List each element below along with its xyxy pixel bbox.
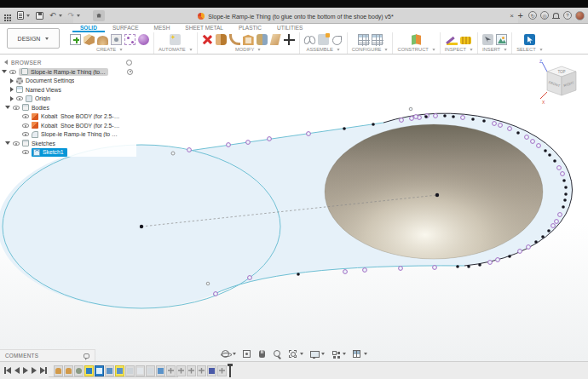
sync-icon[interactable]: ↻ bbox=[528, 11, 537, 20]
tab-mesh[interactable]: MESH bbox=[147, 24, 178, 32]
fit-button[interactable] bbox=[288, 349, 303, 359]
pan-button[interactable] bbox=[257, 349, 267, 359]
expand-arrow-icon[interactable] bbox=[10, 96, 14, 101]
automate-icon[interactable] bbox=[170, 34, 181, 45]
configuration-table-icon[interactable] bbox=[358, 34, 369, 45]
zoom-button[interactable] bbox=[273, 349, 282, 359]
group-label-configure[interactable]: CONFIGURE bbox=[352, 47, 389, 54]
display-settings-button[interactable] bbox=[309, 349, 325, 359]
browser-item-sketch1[interactable]: Sketch1 bbox=[0, 148, 136, 158]
go-to-start-button[interactable] bbox=[4, 367, 11, 374]
browser-item-body-1[interactable]: Kobalt_Shoe BODY (for 2.5-… bbox=[0, 112, 136, 122]
construction-plane-icon[interactable] bbox=[411, 34, 422, 45]
timeline-feature-fillet-8[interactable] bbox=[135, 365, 145, 376]
motion-link-icon[interactable] bbox=[331, 34, 343, 45]
notifications-bell-icon[interactable] bbox=[553, 13, 559, 18]
grids-snaps-button[interactable] bbox=[331, 349, 346, 359]
browser-item-root[interactable]: Slope-ie Ramp-ie Thing (to… bbox=[0, 67, 136, 77]
close-tab-icon[interactable]: × bbox=[510, 13, 514, 20]
group-label-automate[interactable]: AUTOMATE bbox=[159, 47, 193, 54]
undo-button[interactable]: ↶ bbox=[49, 12, 62, 20]
create-pattern-icon[interactable] bbox=[124, 34, 135, 45]
timeline-feature-extrude-5[interactable] bbox=[105, 365, 114, 376]
browser-item-origin[interactable]: Origin bbox=[0, 95, 136, 104]
data-panel-icon[interactable] bbox=[4, 14, 6, 16]
dome-center-point[interactable] bbox=[435, 193, 439, 197]
timeline-feature-move-12[interactable] bbox=[176, 365, 186, 376]
decal-icon[interactable] bbox=[482, 34, 493, 45]
tab-utilities[interactable]: UTILITIES bbox=[269, 24, 310, 32]
document-tab[interactable]: Slope-ie Ramp-ie Thing (to glue onto the… bbox=[73, 9, 518, 23]
fillet-icon[interactable] bbox=[229, 34, 240, 45]
create-hole-icon[interactable] bbox=[111, 34, 122, 45]
component-activate-icon[interactable] bbox=[127, 69, 133, 75]
browser-item-document-settings[interactable]: Document Settings bbox=[0, 77, 136, 86]
joint-icon[interactable] bbox=[304, 34, 315, 45]
browser-item-body-3[interactable]: Slope-ie Ramp-ie Thing (to … bbox=[0, 130, 136, 140]
timeline-feature-extrude-10[interactable] bbox=[156, 365, 165, 376]
timeline-feature-move-14[interactable] bbox=[197, 365, 206, 376]
timeline-feature-move-11[interactable] bbox=[166, 365, 176, 376]
delete-icon[interactable] bbox=[202, 34, 213, 45]
step-forward-button[interactable] bbox=[32, 367, 37, 374]
timeline-feature-move-13[interactable] bbox=[187, 365, 196, 376]
browser-item-named-views[interactable]: Named Views bbox=[0, 85, 136, 95]
press-pull-icon[interactable] bbox=[216, 34, 227, 45]
group-label-inspect[interactable]: INSPECT bbox=[445, 47, 473, 54]
measure-icon[interactable] bbox=[447, 34, 458, 45]
expand-arrow-icon[interactable] bbox=[5, 106, 10, 109]
configuration-theme-icon[interactable] bbox=[372, 34, 383, 45]
eye-icon[interactable] bbox=[13, 141, 20, 146]
orbit-button[interactable] bbox=[221, 349, 236, 359]
user-avatar[interactable] bbox=[575, 11, 585, 20]
eye-icon[interactable] bbox=[22, 150, 29, 154]
tab-surface[interactable]: SURFACE bbox=[105, 24, 147, 32]
timeline-feature-fillet-9[interactable] bbox=[146, 365, 155, 376]
browser-item-bodies[interactable]: Bodies bbox=[0, 103, 136, 112]
eye-icon[interactable] bbox=[13, 106, 20, 110]
eye-icon[interactable] bbox=[9, 70, 16, 74]
create-sketch-icon[interactable] bbox=[70, 34, 81, 45]
viewports-button[interactable] bbox=[352, 349, 367, 359]
redo-button[interactable]: ↷ bbox=[68, 12, 81, 20]
view-cube[interactable]: Z X TOP FRONT RIGHT bbox=[539, 58, 583, 107]
browser-settings-gear-icon[interactable] bbox=[126, 60, 132, 66]
create-form-icon[interactable] bbox=[97, 36, 108, 45]
new-tab-button[interactable]: + bbox=[518, 11, 523, 20]
shell-icon[interactable] bbox=[243, 34, 254, 45]
canvas-image-icon[interactable] bbox=[496, 34, 507, 45]
home-icon[interactable] bbox=[93, 10, 105, 21]
play-button[interactable] bbox=[23, 367, 28, 374]
file-menu-button[interactable] bbox=[17, 11, 30, 20]
look-at-button[interactable] bbox=[242, 349, 251, 359]
expand-arrow-icon[interactable] bbox=[2, 70, 7, 73]
tab-plastic[interactable]: PLASTIC bbox=[231, 24, 269, 32]
group-label-assemble[interactable]: ASSEMBLE bbox=[307, 47, 340, 54]
browser-item-sketches[interactable]: Sketches bbox=[0, 139, 136, 148]
go-to-end-button[interactable] bbox=[40, 367, 47, 374]
step-back-button[interactable] bbox=[14, 367, 20, 374]
tab-solid[interactable]: SOLID bbox=[72, 24, 105, 32]
timeline-feature-form-0[interactable] bbox=[54, 365, 63, 376]
tab-sheet-metal[interactable]: SHEET METAL bbox=[177, 24, 231, 32]
help-icon[interactable]: ? bbox=[563, 11, 572, 20]
eye-icon[interactable] bbox=[16, 96, 23, 100]
group-label-insert[interactable]: INSERT bbox=[482, 47, 507, 54]
circle-center-point[interactable] bbox=[140, 225, 143, 228]
expand-arrow-icon[interactable] bbox=[10, 87, 14, 92]
save-button[interactable] bbox=[36, 12, 43, 20]
timeline-feature-fillet-7[interactable] bbox=[125, 365, 135, 376]
timeline-feature-extrude-6[interactable] bbox=[115, 365, 124, 376]
move-icon[interactable] bbox=[284, 34, 295, 45]
timeline-position-marker[interactable] bbox=[229, 365, 231, 377]
combine-icon[interactable] bbox=[257, 34, 268, 45]
workspace-selector[interactable]: DESIGN bbox=[7, 28, 60, 49]
select-cursor-icon[interactable] bbox=[524, 34, 535, 45]
interference-icon[interactable] bbox=[460, 37, 471, 44]
collapse-browser-icon[interactable] bbox=[4, 60, 8, 65]
offset-face-icon[interactable] bbox=[270, 34, 281, 45]
group-label-modify[interactable]: MODIFY bbox=[235, 47, 262, 54]
timeline-feature-form-1[interactable] bbox=[64, 365, 73, 376]
job-status-icon[interactable]: ◎ bbox=[540, 11, 549, 20]
timeline-feature-sketch-3[interactable] bbox=[84, 365, 94, 376]
